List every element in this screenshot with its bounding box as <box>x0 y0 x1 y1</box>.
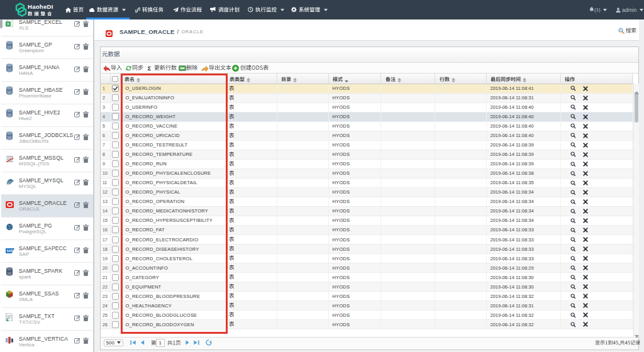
svg-text:SAP: SAP <box>7 250 14 253</box>
